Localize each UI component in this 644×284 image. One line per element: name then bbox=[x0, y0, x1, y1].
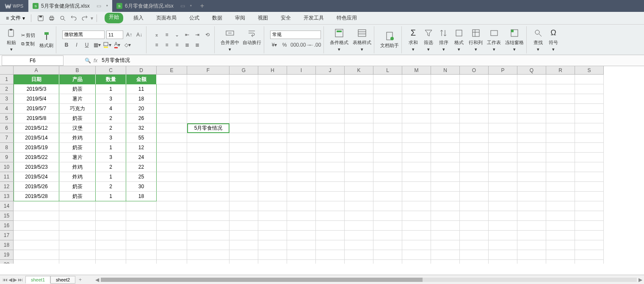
row-header[interactable]: 10 bbox=[0, 162, 14, 172]
ribbon-tab[interactable]: 公式 bbox=[187, 13, 202, 23]
cell[interactable]: 11 bbox=[126, 84, 157, 94]
cell[interactable]: 产品 bbox=[59, 75, 96, 84]
cell[interactable] bbox=[431, 192, 460, 201]
cell[interactable] bbox=[258, 84, 287, 94]
sheet-tab[interactable]: sheet2 bbox=[50, 276, 75, 284]
cell[interactable] bbox=[287, 153, 316, 162]
cell[interactable] bbox=[546, 250, 575, 260]
cell[interactable] bbox=[126, 240, 157, 250]
worksheet-button[interactable]: 工作表▾ bbox=[487, 28, 501, 52]
undo-icon[interactable] bbox=[70, 15, 77, 22]
cell[interactable] bbox=[517, 143, 546, 153]
cell[interactable] bbox=[373, 240, 402, 250]
cell[interactable] bbox=[460, 153, 489, 162]
cell[interactable] bbox=[59, 260, 96, 264]
cell[interactable]: 32 bbox=[126, 123, 157, 133]
orientation-icon[interactable]: ⟲ bbox=[203, 31, 212, 39]
cell[interactable] bbox=[345, 114, 373, 123]
conditional-format-button[interactable]: 条件格式▾ bbox=[330, 28, 348, 52]
cell[interactable] bbox=[460, 192, 489, 201]
cell[interactable] bbox=[126, 250, 157, 260]
ribbon-tab[interactable]: 审阅 bbox=[232, 13, 248, 23]
cell[interactable] bbox=[517, 172, 546, 182]
cell[interactable]: 1 bbox=[96, 84, 126, 94]
cell[interactable] bbox=[489, 201, 517, 211]
cell[interactable] bbox=[517, 250, 546, 260]
cell[interactable] bbox=[402, 143, 431, 153]
cell[interactable] bbox=[373, 133, 402, 143]
cell[interactable]: 12 bbox=[126, 143, 157, 153]
cell[interactable] bbox=[373, 231, 402, 240]
cell[interactable] bbox=[460, 133, 489, 143]
sheet-first-icon[interactable]: ⏮ bbox=[3, 277, 8, 283]
cell[interactable] bbox=[287, 104, 316, 114]
cell[interactable] bbox=[402, 162, 431, 172]
cell[interactable] bbox=[258, 172, 287, 182]
cell[interactable] bbox=[14, 240, 59, 250]
row-header[interactable]: 8 bbox=[0, 143, 14, 153]
ribbon-tab[interactable]: 插入 bbox=[131, 13, 146, 23]
cell[interactable] bbox=[345, 162, 373, 172]
cell[interactable] bbox=[316, 231, 345, 240]
cell[interactable]: 2019/5/14 bbox=[14, 133, 59, 143]
cell[interactable] bbox=[517, 260, 546, 264]
cell[interactable] bbox=[575, 182, 604, 192]
ribbon-tab[interactable]: 安全 bbox=[278, 13, 293, 23]
column-header[interactable]: I bbox=[287, 66, 316, 75]
cell[interactable] bbox=[287, 211, 316, 221]
cell[interactable]: 2019/5/23 bbox=[14, 162, 59, 172]
cell[interactable] bbox=[229, 94, 258, 104]
cell[interactable] bbox=[229, 221, 258, 231]
doc-helper-button[interactable]: 文档助手 bbox=[380, 31, 399, 49]
cell[interactable] bbox=[489, 192, 517, 201]
cell[interactable] bbox=[258, 104, 287, 114]
cell[interactable] bbox=[546, 231, 575, 240]
cell[interactable] bbox=[187, 231, 229, 240]
add-sheet-button[interactable]: + bbox=[75, 277, 85, 283]
cell[interactable] bbox=[489, 250, 517, 260]
file-menu[interactable]: ≡ 文件 ▾ bbox=[3, 14, 28, 22]
cell[interactable] bbox=[316, 260, 345, 264]
cut-button[interactable]: ✂剪切 bbox=[20, 32, 36, 39]
cell[interactable] bbox=[229, 260, 258, 264]
cell[interactable]: 金额 bbox=[126, 75, 157, 84]
cell[interactable]: 1 bbox=[96, 192, 126, 201]
cell[interactable] bbox=[345, 75, 373, 84]
cell[interactable] bbox=[258, 75, 287, 84]
find-button[interactable]: 查找▾ bbox=[533, 28, 544, 52]
cell[interactable] bbox=[517, 104, 546, 114]
cell[interactable] bbox=[157, 211, 187, 221]
cell[interactable] bbox=[345, 192, 373, 201]
cell[interactable] bbox=[287, 231, 316, 240]
paste-button[interactable]: 粘贴▾ bbox=[6, 28, 17, 52]
select-all-corner[interactable] bbox=[0, 66, 14, 75]
column-header[interactable]: E bbox=[157, 66, 187, 75]
cell[interactable]: 18 bbox=[126, 192, 157, 201]
cell[interactable] bbox=[287, 133, 316, 143]
cell[interactable] bbox=[517, 75, 546, 84]
cell[interactable] bbox=[517, 153, 546, 162]
cell[interactable] bbox=[460, 260, 489, 264]
indent-increase-icon[interactable]: ⇥ bbox=[193, 31, 202, 39]
cell[interactable] bbox=[14, 201, 59, 211]
cell[interactable] bbox=[460, 201, 489, 211]
document-tab[interactable]: S5月零食健身情况.xlsx▭• bbox=[28, 0, 112, 12]
table-style-button[interactable]: 表格样式▾ bbox=[353, 28, 371, 52]
cell[interactable] bbox=[402, 75, 431, 84]
cell[interactable] bbox=[287, 182, 316, 192]
cell[interactable] bbox=[96, 231, 126, 240]
cell[interactable] bbox=[431, 153, 460, 162]
cell[interactable] bbox=[287, 221, 316, 231]
cell[interactable] bbox=[96, 211, 126, 221]
cell[interactable] bbox=[316, 211, 345, 221]
cell[interactable] bbox=[431, 182, 460, 192]
cell[interactable] bbox=[187, 162, 229, 172]
qat-dropdown-icon[interactable]: ▾ bbox=[91, 15, 93, 21]
row-header[interactable]: 13 bbox=[0, 192, 14, 201]
tab-close-icon[interactable]: • bbox=[190, 3, 192, 9]
cell[interactable] bbox=[157, 221, 187, 231]
cell[interactable] bbox=[431, 250, 460, 260]
cell[interactable] bbox=[460, 250, 489, 260]
cell[interactable]: 日期 bbox=[14, 75, 59, 84]
column-header[interactable]: Q bbox=[517, 66, 546, 75]
